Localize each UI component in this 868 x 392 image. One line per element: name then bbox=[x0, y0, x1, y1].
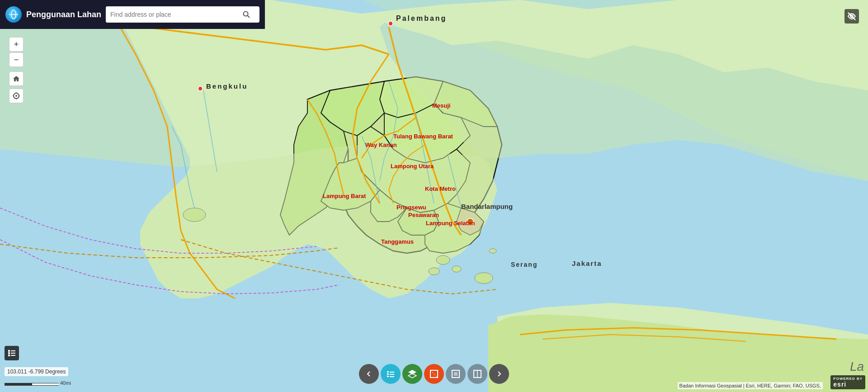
search-input[interactable] bbox=[106, 6, 239, 23]
svg-rect-49 bbox=[390, 372, 394, 373]
svg-text:Lampong Utara: Lampong Utara bbox=[391, 163, 434, 170]
svg-point-6 bbox=[183, 208, 206, 222]
eye-off-icon bbox=[847, 12, 856, 21]
header: Penggunaan Lahan bbox=[0, 0, 265, 29]
map-svg: Palembang Bengkulu Bandarlampung Serang … bbox=[0, 0, 868, 392]
scale-bar: 40mi bbox=[5, 380, 71, 386]
svg-text:Mesuji: Mesuji bbox=[432, 102, 450, 109]
svg-point-7 bbox=[489, 249, 496, 253]
visibility-toggle-button[interactable] bbox=[844, 9, 859, 24]
coordinates-text: 103.011 -6.799 Degrees bbox=[7, 368, 66, 375]
locate-icon bbox=[13, 92, 20, 99]
svg-line-55 bbox=[430, 370, 438, 378]
zoom-in-button[interactable]: + bbox=[9, 37, 24, 52]
svg-point-8 bbox=[388, 21, 393, 26]
locate-button[interactable] bbox=[9, 89, 24, 103]
svg-rect-51 bbox=[390, 376, 394, 377]
toolbar-list-button[interactable] bbox=[381, 364, 401, 384]
svg-text:Lampung Selatan: Lampung Selatan bbox=[426, 220, 475, 227]
toolbar-frame1-button[interactable] bbox=[446, 364, 466, 384]
bottom-toolbar bbox=[359, 364, 509, 384]
svg-text:Tanggamus: Tanggamus bbox=[381, 238, 414, 245]
svg-point-3 bbox=[452, 266, 461, 272]
svg-text:Kota Metro: Kota Metro bbox=[425, 185, 456, 192]
legend-button[interactable] bbox=[5, 346, 19, 360]
svg-point-2 bbox=[436, 255, 450, 264]
map-controls bbox=[9, 71, 24, 103]
svg-text:Tulang Bawang Barat: Tulang Bawang Barat bbox=[393, 133, 453, 140]
svg-text:Way Kanan: Way Kanan bbox=[365, 142, 397, 148]
app-title: Penggunaan Lahan bbox=[26, 10, 101, 19]
scale-label: 40mi bbox=[60, 380, 71, 386]
attribution: Badan Informasi Geospasial | Esri, HERE,… bbox=[678, 382, 823, 389]
app-logo bbox=[5, 6, 22, 23]
svg-point-33 bbox=[15, 95, 17, 97]
svg-rect-57 bbox=[454, 372, 458, 376]
svg-rect-40 bbox=[8, 350, 10, 352]
svg-rect-41 bbox=[8, 352, 10, 354]
home-button[interactable] bbox=[9, 71, 24, 86]
svg-rect-50 bbox=[390, 374, 394, 375]
svg-rect-46 bbox=[387, 371, 389, 373]
zoom-controls: + − bbox=[9, 37, 24, 67]
search-button[interactable] bbox=[239, 6, 254, 23]
draw-icon bbox=[429, 369, 439, 378]
scale-line: 40mi bbox=[5, 380, 71, 386]
toolbar-prev-button[interactable] bbox=[359, 364, 379, 384]
legend-icon bbox=[8, 349, 16, 357]
svg-text:Pringsewu: Pringsewu bbox=[396, 204, 426, 211]
toolbar-next-button[interactable] bbox=[489, 364, 509, 384]
frame2-icon bbox=[473, 369, 482, 378]
svg-point-4 bbox=[429, 268, 439, 275]
svg-text:Bengkulu: Bengkulu bbox=[206, 82, 248, 90]
zoom-out-button[interactable]: − bbox=[9, 52, 24, 67]
toolbar-layers-button[interactable] bbox=[402, 364, 422, 384]
search-icon bbox=[243, 11, 250, 18]
coordinates-display: 103.011 -6.799 Degrees bbox=[5, 367, 68, 376]
esri-logo: POWERED BY esri bbox=[830, 375, 865, 389]
map-container[interactable]: Palembang Bengkulu Bandarlampung Serang … bbox=[0, 0, 868, 392]
svg-text:Jakarta: Jakarta bbox=[572, 260, 602, 267]
attribution-text: Badan Informasi Geospasial | Esri, HERE,… bbox=[679, 383, 821, 388]
svg-point-9 bbox=[198, 86, 203, 91]
svg-line-31 bbox=[248, 16, 250, 18]
svg-point-30 bbox=[244, 12, 248, 16]
powered-by-text: POWERED BY bbox=[833, 377, 863, 381]
toolbar-frame2-button[interactable] bbox=[467, 364, 487, 384]
list-icon bbox=[386, 369, 395, 378]
esri-text: esri bbox=[833, 381, 863, 388]
svg-text:Palembang: Palembang bbox=[396, 14, 447, 22]
svg-rect-42 bbox=[8, 354, 10, 356]
svg-text:Serang: Serang bbox=[511, 261, 538, 268]
chevron-right-icon bbox=[496, 371, 502, 377]
svg-text:La: La bbox=[850, 359, 864, 373]
svg-rect-48 bbox=[387, 376, 389, 377]
svg-point-5 bbox=[475, 273, 493, 283]
svg-text:Lampung Barat: Lampung Barat bbox=[323, 193, 366, 199]
search-box[interactable] bbox=[106, 6, 259, 23]
toolbar-draw-button[interactable] bbox=[424, 364, 444, 384]
svg-text:Pesawaran: Pesawaran bbox=[408, 212, 439, 218]
svg-text:Bandarlampung: Bandarlampung bbox=[461, 203, 513, 210]
svg-rect-47 bbox=[387, 373, 389, 375]
chevron-left-icon bbox=[366, 371, 372, 377]
layers-icon bbox=[407, 369, 417, 379]
frame1-icon bbox=[451, 369, 460, 378]
home-icon bbox=[13, 75, 20, 82]
